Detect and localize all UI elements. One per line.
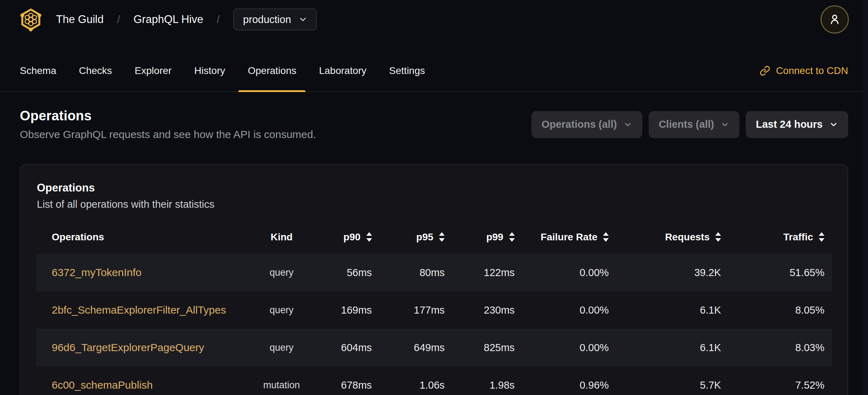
operation-link[interactable]: 6372_myTokenInfo xyxy=(52,267,142,278)
p99-value: 122ms xyxy=(484,267,515,278)
tab-history[interactable]: History xyxy=(194,50,225,91)
tab-bar: SchemaChecksExplorerHistoryOperationsLab… xyxy=(0,39,868,92)
hive-logo-icon xyxy=(19,7,43,32)
kind-value: query xyxy=(270,267,294,278)
column-label: Operations xyxy=(52,231,104,243)
sort-arrows-icon[interactable] xyxy=(509,232,515,242)
sort-asc-icon[interactable] xyxy=(509,232,515,236)
chevron-down-icon xyxy=(720,120,729,129)
column-label: p95 xyxy=(416,231,433,243)
operation-link[interactable]: 6c00_schemaPublish xyxy=(52,379,153,391)
clients-filter-button[interactable]: Clients (all) xyxy=(649,111,739,138)
column-header-p99[interactable]: p99 xyxy=(452,220,523,254)
cell-p90: 604ms xyxy=(328,329,379,366)
filters-group: Operations (all) Clients (all) Last 24 h… xyxy=(531,111,848,138)
sort-arrows-icon[interactable] xyxy=(715,232,721,242)
sort-desc-icon[interactable] xyxy=(509,238,515,242)
page-subtitle: Observe GraphQL requests and see how the… xyxy=(20,128,316,141)
column-header-failure-rate[interactable]: Failure Rate xyxy=(523,220,617,254)
cell-requests: 6.1K xyxy=(616,329,729,366)
cell-p90: 169ms xyxy=(328,291,379,329)
cell-traffic: 7.52% xyxy=(729,366,832,395)
operations-table: OperationsKindp90p95p99Failure RateReque… xyxy=(36,220,832,395)
cell-failure-rate: 0.00% xyxy=(523,329,617,366)
chevron-down-icon xyxy=(623,120,632,129)
target-selector-dropdown[interactable]: production xyxy=(233,8,316,30)
card-subtitle: List of all operations with their statis… xyxy=(37,199,847,210)
p90-value: 678ms xyxy=(341,379,372,391)
failure-rate-value: 0.00% xyxy=(580,342,609,353)
traffic-value: 51.65% xyxy=(790,267,824,278)
sort-arrows-icon[interactable] xyxy=(819,232,824,242)
column-label: p99 xyxy=(486,231,503,243)
app-header: The Guild / GraphQL Hive / production xyxy=(0,0,868,39)
cell-p90: 678ms xyxy=(328,366,379,395)
column-header-requests[interactable]: Requests xyxy=(616,220,729,254)
tab-label: History xyxy=(194,65,225,76)
cell-failure-rate: 0.96% xyxy=(523,366,617,395)
sort-desc-icon[interactable] xyxy=(819,238,824,242)
cell-kind: query xyxy=(235,254,328,291)
p90-value: 604ms xyxy=(341,342,372,353)
p90-value: 169ms xyxy=(341,304,372,316)
sort-arrows-icon[interactable] xyxy=(366,232,372,242)
sort-arrows-icon[interactable] xyxy=(439,232,445,242)
operation-link[interactable]: 2bfc_SchemaExplorerFilter_AllTypes xyxy=(52,304,226,316)
time-range-label: Last 24 hours xyxy=(756,119,823,130)
sort-asc-icon[interactable] xyxy=(366,232,372,236)
p99-value: 230ms xyxy=(484,304,515,316)
sort-asc-icon[interactable] xyxy=(715,232,721,236)
traffic-value: 8.03% xyxy=(795,342,824,353)
cell-failure-rate: 0.00% xyxy=(523,291,617,329)
column-header-p90[interactable]: p90 xyxy=(328,220,379,254)
breadcrumb-organization[interactable]: The Guild xyxy=(56,13,103,26)
sort-arrows-icon[interactable] xyxy=(603,232,609,242)
sort-desc-icon[interactable] xyxy=(366,238,372,242)
tab-schema[interactable]: Schema xyxy=(20,50,56,91)
sort-asc-icon[interactable] xyxy=(439,232,445,236)
connect-cdn-link[interactable]: Connect to CDN xyxy=(760,65,848,76)
tab-operations[interactable]: Operations xyxy=(248,50,296,91)
sort-desc-icon[interactable] xyxy=(603,238,609,242)
tab-label: Settings xyxy=(389,65,425,76)
sort-desc-icon[interactable] xyxy=(439,238,445,242)
column-label: Kind xyxy=(271,231,293,243)
scrollbar-track[interactable] xyxy=(863,0,868,395)
traffic-value: 8.05% xyxy=(795,304,824,316)
user-icon xyxy=(828,12,842,27)
requests-value: 6.1K xyxy=(700,304,721,316)
cell-operation: 2bfc_SchemaExplorerFilter_AllTypes xyxy=(36,291,235,329)
table-row: 6372_myTokenInfoquery56ms80ms122ms0.00%3… xyxy=(36,254,832,291)
failure-rate-value: 0.00% xyxy=(580,304,609,316)
column-label: Failure Rate xyxy=(541,231,597,243)
column-header-operations: Operations xyxy=(36,220,235,254)
target-selector-value: production xyxy=(243,14,291,25)
column-label: p90 xyxy=(343,231,360,243)
tabs-group: SchemaChecksExplorerHistoryOperationsLab… xyxy=(20,50,448,91)
tab-checks[interactable]: Checks xyxy=(79,50,112,91)
cell-p90: 56ms xyxy=(328,254,379,291)
cell-p95: 649ms xyxy=(380,329,453,366)
tab-settings[interactable]: Settings xyxy=(389,50,425,91)
operation-link[interactable]: 96d6_TargetExplorerPageQuery xyxy=(52,342,204,353)
tab-laboratory[interactable]: Laboratory xyxy=(319,50,366,91)
sort-asc-icon[interactable] xyxy=(603,232,609,236)
column-header-p95[interactable]: p95 xyxy=(380,220,453,254)
tab-explorer[interactable]: Explorer xyxy=(135,50,171,91)
failure-rate-value: 0.00% xyxy=(580,267,609,278)
sort-desc-icon[interactable] xyxy=(715,238,721,242)
operations-filter-button[interactable]: Operations (all) xyxy=(531,111,642,138)
column-header-traffic[interactable]: Traffic xyxy=(729,220,832,254)
sort-asc-icon[interactable] xyxy=(819,232,824,236)
chevron-down-icon xyxy=(829,120,838,129)
p95-value: 177ms xyxy=(414,304,445,316)
table-header-row: OperationsKindp90p95p99Failure RateReque… xyxy=(36,220,832,254)
breadcrumb-project[interactable]: GraphQL Hive xyxy=(134,13,203,26)
tab-label: Checks xyxy=(79,65,112,76)
requests-value: 39.2K xyxy=(694,267,721,278)
time-range-button[interactable]: Last 24 hours xyxy=(746,111,848,138)
table-row: 2bfc_SchemaExplorerFilter_AllTypesquery1… xyxy=(36,291,832,329)
breadcrumb-separator: / xyxy=(117,13,120,25)
cell-requests: 39.2K xyxy=(616,254,729,291)
user-menu-button[interactable] xyxy=(821,5,849,34)
